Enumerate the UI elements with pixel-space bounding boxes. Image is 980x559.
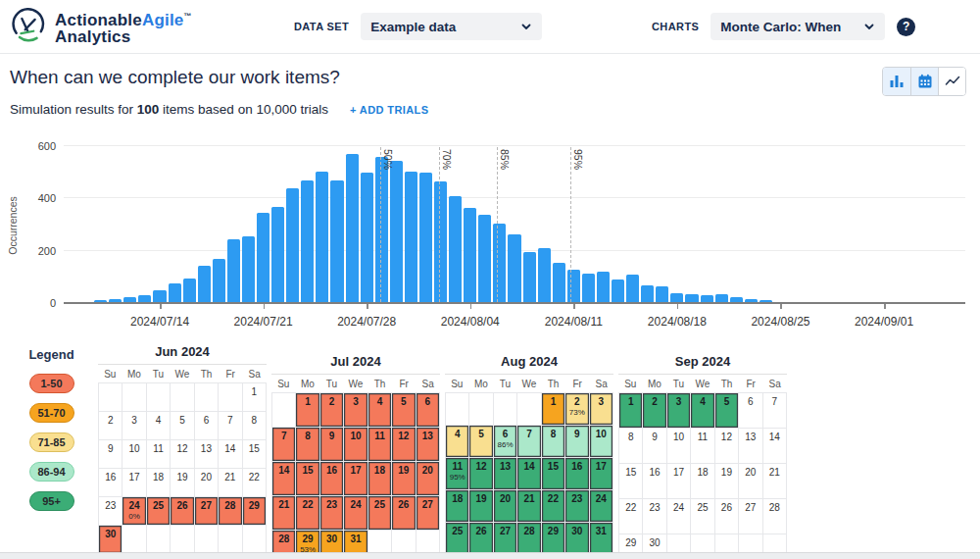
help-icon[interactable]: ? — [897, 18, 915, 36]
histogram-bar[interactable] — [626, 275, 639, 302]
calendar-day-cell[interactable]: 10 — [667, 429, 691, 464]
histogram-bar[interactable] — [523, 252, 536, 302]
calendar-day-cell[interactable]: 28 — [517, 523, 541, 555]
calendar-day-cell[interactable]: 2 — [99, 412, 122, 440]
calendar-day-cell[interactable]: 26 — [469, 523, 493, 555]
calendar-day-cell[interactable]: 1 — [542, 393, 565, 426]
histogram-bar[interactable] — [346, 154, 359, 302]
calendar-day-cell[interactable]: 30 — [565, 523, 589, 555]
calendar-view-button[interactable] — [910, 68, 938, 95]
histogram-bar[interactable] — [169, 283, 181, 302]
calendar-day-cell[interactable]: 5 — [715, 393, 739, 429]
calendar-day-cell[interactable]: 8 — [542, 426, 565, 458]
calendar-day-cell[interactable]: 8 — [296, 428, 319, 462]
calendar-day-cell[interactable]: 1 — [619, 393, 643, 429]
histogram-bar[interactable] — [94, 300, 107, 302]
histogram-bar[interactable] — [493, 224, 506, 302]
add-trials-link[interactable]: + ADD TRIALS — [350, 104, 428, 116]
calendar-day-cell[interactable]: 26 — [392, 496, 416, 531]
histogram-view-button[interactable] — [883, 68, 910, 95]
calendar-day-cell[interactable]: 25 — [147, 497, 171, 526]
histogram-bar[interactable] — [670, 293, 683, 302]
histogram-bar[interactable] — [153, 290, 166, 302]
calendar-day-cell[interactable]: 6 — [195, 412, 219, 440]
calendar-day-cell[interactable]: 28 — [219, 497, 242, 526]
histogram-bar[interactable] — [567, 270, 580, 302]
calendar-day-cell[interactable]: 8 — [243, 412, 267, 440]
calendar-day-cell[interactable]: 23 — [320, 496, 344, 531]
calendar-day-cell[interactable]: 16 — [643, 464, 666, 499]
calendar-day-cell[interactable]: 14 — [517, 458, 541, 490]
calendar-day-cell[interactable]: 20 — [195, 469, 219, 497]
calendar-day-cell[interactable]: 13 — [494, 458, 517, 490]
calendar-day-cell[interactable]: 8 — [619, 429, 643, 464]
calendar-day-cell[interactable]: 18 — [446, 490, 469, 523]
histogram-bar[interactable] — [286, 188, 299, 302]
calendar-day-cell[interactable]: 3 — [590, 393, 613, 426]
calendar-day-cell[interactable]: 7 — [763, 393, 787, 429]
histogram-bar[interactable] — [760, 300, 772, 302]
calendar-day-cell[interactable]: 13 — [416, 428, 440, 462]
calendar-day-cell[interactable]: 29 — [542, 523, 565, 555]
calendar-day-cell[interactable]: 23 — [99, 497, 122, 526]
calendar-day-cell[interactable]: 5 — [171, 412, 194, 440]
histogram-bar[interactable] — [553, 263, 565, 302]
calendar-day-cell[interactable]: 22 — [542, 490, 565, 523]
calendar-day-cell[interactable]: 22 — [296, 496, 319, 531]
calendar-day-cell[interactable]: 18 — [691, 464, 714, 499]
histogram-bar[interactable] — [316, 172, 328, 302]
calendar-day-cell[interactable]: 28 — [763, 499, 787, 534]
calendar-day-cell[interactable]: 3 — [122, 412, 146, 440]
calendar-day-cell[interactable]: 12 — [469, 458, 493, 490]
histogram-bar[interactable] — [449, 196, 462, 302]
calendar-day-cell[interactable]: 9 — [643, 429, 666, 464]
calendar-day-cell[interactable]: 13 — [195, 440, 219, 469]
calendar-day-cell[interactable]: 19 — [171, 469, 194, 497]
calendar-day-cell[interactable]: 24 — [344, 496, 368, 531]
histogram-bar[interactable] — [538, 248, 551, 302]
calendar-day-cell[interactable]: 15 — [296, 462, 319, 496]
calendar-day-cell[interactable]: 25 — [368, 496, 392, 531]
histogram-bar[interactable] — [612, 280, 624, 302]
calendar-day-cell[interactable]: 9 — [99, 440, 122, 469]
calendar-day-cell[interactable]: 23 — [565, 490, 589, 523]
histogram-bar[interactable] — [405, 172, 417, 302]
histogram-bar[interactable] — [597, 272, 610, 302]
calendar-day-cell[interactable]: 15 — [542, 458, 565, 490]
histogram-bar[interactable] — [242, 236, 255, 302]
calendar-day-cell[interactable]: 11 — [691, 429, 714, 464]
calendar-day-cell[interactable]: 14 — [219, 440, 242, 469]
histogram-bar[interactable] — [478, 215, 491, 302]
calendar-day-cell[interactable]: 16 — [99, 469, 122, 497]
histogram-bar[interactable] — [656, 286, 668, 302]
calendar-day-cell[interactable]: 6 — [416, 393, 440, 428]
calendar-day-cell[interactable]: 27 — [195, 497, 219, 526]
calendar-day-cell[interactable]: 30 — [99, 526, 122, 554]
calendar-day-cell[interactable]: 17 — [344, 462, 368, 496]
calendar-day-cell[interactable]: 4 — [446, 426, 469, 458]
calendar-day-cell[interactable]: 29 — [243, 497, 267, 526]
histogram-bar[interactable] — [685, 294, 698, 302]
calendar-day-cell[interactable]: 21 — [272, 496, 296, 531]
calendar-day-cell[interactable]: 26 — [715, 499, 739, 534]
histogram-bar[interactable] — [109, 299, 122, 302]
calendar-day-cell[interactable]: 20 — [739, 464, 762, 499]
calendar-day-cell[interactable]: 1 — [296, 393, 319, 428]
calendar-day-cell[interactable]: 20 — [494, 490, 517, 523]
calendar-day-cell[interactable]: 11 — [368, 428, 392, 462]
calendar-day-cell[interactable]: 3 — [344, 393, 368, 428]
calendar-day-cell[interactable]: 7 — [517, 426, 541, 458]
calendar-day-cell[interactable]: 18 — [147, 469, 171, 497]
dataset-select[interactable]: Example data — [361, 13, 542, 40]
calendar-day-cell[interactable]: 24 — [590, 490, 613, 523]
calendar-day-cell[interactable]: 21 — [219, 469, 242, 497]
histogram-bar[interactable] — [390, 161, 403, 302]
calendar-day-cell[interactable]: 21 — [517, 490, 541, 523]
calendar-day-cell[interactable]: 4 — [691, 393, 714, 429]
histogram-bar[interactable] — [434, 181, 447, 302]
histogram-bar[interactable] — [701, 295, 713, 302]
calendar-day-cell[interactable]: 19 — [715, 464, 739, 499]
histogram-bar[interactable] — [183, 279, 196, 302]
histogram-bar[interactable] — [301, 180, 314, 302]
calendar-day-cell[interactable]: 20 — [416, 462, 440, 496]
